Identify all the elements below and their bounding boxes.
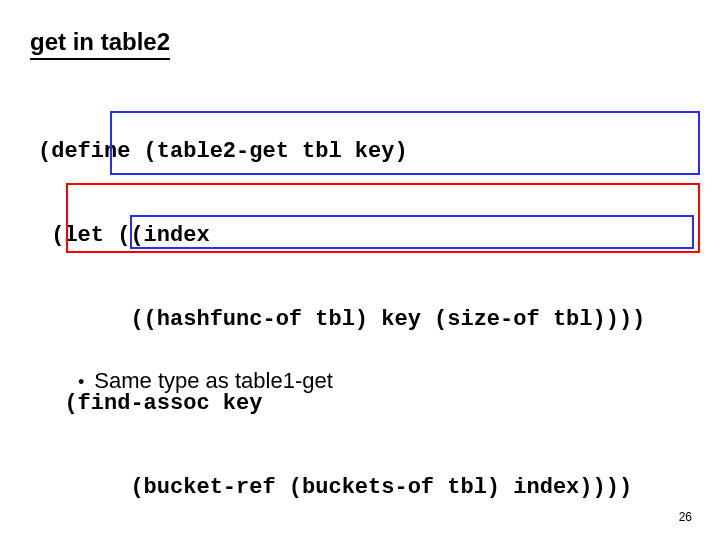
bullet-dot-icon: • [78,371,84,393]
code-line-5: (bucket-ref (buckets-of tbl) index)))) [38,474,645,502]
slide-number: 26 [679,510,692,524]
slide-title: get in table2 [30,28,170,60]
slide: get in table2 (define (table2-get tbl ke… [0,0,720,540]
code-line-3: ((hashfunc-of tbl) key (size-of tbl)))) [38,306,645,334]
code-line-4: (find-assoc key [38,390,645,418]
highlight-box-index-expr [110,111,700,175]
highlight-box-bucket-ref [130,215,694,249]
bullet-text: Same type as table1-get [94,368,332,393]
bullet-item: •Same type as table1-get [78,368,333,394]
